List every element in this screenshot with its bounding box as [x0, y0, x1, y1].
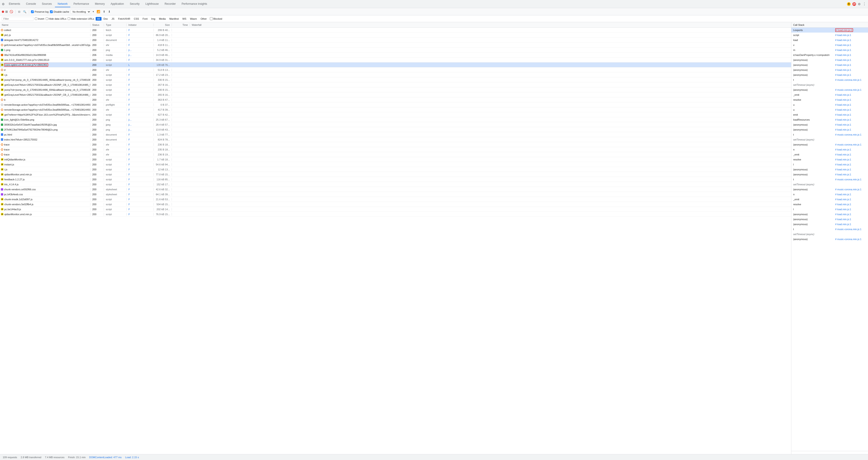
- table-row[interactable]: 1.png200pngji...5.2 kB 46...: [0, 48, 791, 53]
- type-filter-ws[interactable]: WS: [181, 17, 188, 21]
- table-row[interactable]: index.html?kfuin=2852175932200documentF8…: [0, 137, 791, 142]
- call-stack-file[interactable]: # load.min.js:1: [833, 122, 868, 127]
- header-initiator[interactable]: Initiator: [127, 24, 154, 26]
- call-stack-row[interactable]: _emit# load.min.js:1: [792, 152, 868, 157]
- table-row[interactable]: JSchunk-imsdk.1d15d097.js200scriptF21.6 …: [0, 197, 791, 202]
- record-icon[interactable]: [2, 11, 4, 13]
- call-stack-file-link[interactable]: # load.min.js:1: [835, 39, 851, 41]
- header-type[interactable]: Type: [104, 24, 127, 26]
- call-stack-row[interactable]: (anonymous)# load.min.js:1: [792, 212, 868, 217]
- call-stack-file[interactable]: # music-corona.min.js:1: [833, 237, 868, 242]
- call-stack-file[interactable]: # load.min.js:1: [833, 172, 868, 177]
- blocked-checkbox[interactable]: [210, 17, 213, 20]
- call-stack-file-link[interactable]: # load.min.js:1: [835, 223, 851, 226]
- call-stack-file-link[interactable]: # load.min.js:1: [835, 128, 851, 131]
- table-row[interactable]: d200xhrF513 B 13...: [0, 67, 791, 73]
- filter-icon[interactable]: ⊟: [18, 10, 21, 14]
- call-stack-row[interactable]: u# load.min.js:1: [792, 102, 868, 107]
- call-stack-file[interactable]: # music-corona.min.js:1: [833, 177, 868, 182]
- call-stack-row[interactable]: (anonymous)# load.min.js:1: [792, 62, 868, 67]
- call-stack-file-link[interactable]: # load.min.js:1: [835, 74, 851, 76]
- tab-elements[interactable]: Elements: [6, 1, 23, 7]
- call-stack-file[interactable]: # load.min.js:1: [833, 107, 868, 112]
- type-filter-img[interactable]: Img: [150, 17, 157, 21]
- call-stack-file[interactable]: # load.min.js:1: [833, 197, 868, 202]
- table-row[interactable]: JSgetGrayLevel?kfuin=2852175932&callback…: [0, 82, 791, 87]
- call-stack-row[interactable]: (anonymous)# music-corona.min.js:1: [792, 237, 868, 242]
- type-filter-manifest[interactable]: Manifest: [168, 17, 180, 21]
- tab-performance[interactable]: Performance: [71, 1, 92, 7]
- call-stack-file-link[interactable]: # load.min.js:1: [835, 168, 851, 171]
- call-stack-file[interactable]: # load.min.js:1: [833, 147, 868, 152]
- call-stack-file-link[interactable]: # load.min.js:1: [835, 104, 851, 106]
- tab-sources[interactable]: Sources: [39, 1, 55, 7]
- search-icon[interactable]: 🔍: [22, 10, 27, 14]
- call-stack-row[interactable]: (anonymous)# load.min.js:1: [792, 67, 868, 73]
- download-icon[interactable]: ⬇: [107, 9, 111, 14]
- call-stack-file-link[interactable]: # load.min.js:1: [835, 64, 851, 66]
- call-stack-file[interactable]: # load.min.js:1: [833, 48, 868, 53]
- call-stack-row[interactable]: load# load.min.js:1: [792, 37, 868, 42]
- call-stack-file[interactable]: # load.min.js:1: [833, 202, 868, 207]
- right-panel-scroll[interactable]: [792, 451, 868, 454]
- header-name[interactable]: Name: [0, 24, 90, 26]
- call-stack-file[interactable]: # load.min.js:1: [833, 102, 868, 107]
- call-stack-row[interactable]: (anonymous)# music-corona.min.js:1: [792, 142, 868, 147]
- disable-cache-checkbox[interactable]: [50, 10, 53, 13]
- call-stack-row[interactable]: n# load.min.js:1: [792, 147, 868, 152]
- call-stack-file[interactable]: # load.min.js:1: [833, 92, 868, 97]
- call-stack-file-link[interactable]: # load.min.js:1: [835, 218, 851, 221]
- tab-performance-insights[interactable]: Performance insights: [179, 1, 210, 7]
- call-stack-row[interactable]: (anonymous)# load.min.js:1: [792, 222, 868, 227]
- table-row[interactable]: pc.html200documentF1.3 kB 77...: [0, 132, 791, 137]
- table-row[interactable]: JSinitQidianMonitor.js200scriptF1.7 kB 1…: [0, 157, 791, 162]
- table-row[interactable]: remoteStorage.action?appKey=cb37e835cc3e…: [0, 102, 791, 107]
- table-row[interactable]: trace200xhrF236 B 19...: [0, 152, 791, 157]
- table-row[interactable]: JSfeedback-1.2.27.js200scriptF116 kB 85.…: [0, 177, 791, 182]
- call-stack-row[interactable]: setTimeout (async): [792, 137, 868, 142]
- call-stack-file-link[interactable]: # load.min.js:1: [835, 98, 851, 101]
- call-stack-row[interactable]: n# load.min.js:1: [792, 192, 868, 197]
- tab-security[interactable]: Security: [127, 1, 142, 7]
- call-stack-file[interactable]: # load.min.js:1: [833, 62, 868, 67]
- call-stack-row[interactable]: u# load.min.js:1: [792, 107, 868, 112]
- call-stack-row[interactable]: loadResources# load.min.js:1: [792, 117, 868, 122]
- table-row[interactable]: remoteStorage.action?appKey=cb37e835cc3e…: [0, 107, 791, 112]
- call-stack-file-link[interactable]: # load.min.js:2: [835, 28, 853, 32]
- type-filter-doc[interactable]: Doc: [102, 17, 110, 21]
- call-stack-row[interactable]: t# music-corona.min.js:1: [792, 227, 868, 232]
- call-stack-file[interactable]: # load.min.js:1: [833, 127, 868, 132]
- call-stack-file-link[interactable]: # load.min.js:1: [835, 163, 851, 166]
- type-filter-font[interactable]: Font: [141, 17, 149, 21]
- header-size[interactable]: Size: [154, 24, 172, 26]
- type-filter-wasm[interactable]: Wasm: [188, 17, 198, 21]
- table-row[interactable]: getUnread.action?appKey=cb37e835cc3ea89b…: [0, 42, 791, 48]
- table-row[interactable]: 300832b1e5e5472da447aaa8ab1f9295@2x.jpg2…: [0, 122, 791, 127]
- table-row[interactable]: JSwm.3.0.0_33d41777.min.js?v=28413513200…: [0, 57, 791, 62]
- call-stack-file-link[interactable]: # load.min.js:1: [835, 158, 851, 161]
- call-stack-row[interactable]: v# load.min.js:1: [792, 42, 868, 48]
- call-stack-row[interactable]: setTimeout (async): [792, 182, 868, 187]
- call-stack-row[interactable]: (anonymous)# load.min.js:1: [792, 122, 868, 127]
- table-row[interactable]: JSgetGrayLevel?kfuin=2852175932&callback…: [0, 92, 791, 97]
- table-row[interactable]: pc.b43b4eeb.css200stylesheetF64.1 kB 39.…: [0, 192, 791, 197]
- preserve-log-checkbox[interactable]: [31, 10, 34, 13]
- call-stack-file-link[interactable]: # load.min.js:1: [835, 44, 851, 47]
- table-row[interactable]: JStrtc_4.14.4.js200scriptF152 kB 17...: [0, 182, 791, 187]
- call-stack-file[interactable]: # load.min.js:1: [833, 162, 868, 167]
- call-stack-file-link[interactable]: # music-corona.min.js:1: [835, 238, 862, 240]
- disable-cache-label[interactable]: Disable cache: [50, 10, 69, 13]
- call-stack-file-link[interactable]: # load.min.js:1: [835, 118, 851, 121]
- call-stack-file-link[interactable]: # load.min.js:1: [835, 173, 851, 176]
- call-stack-file[interactable]: # load.min.js:2: [833, 28, 868, 33]
- throttling-select[interactable]: No throttling: [70, 10, 91, 14]
- hide-data-urls-label[interactable]: Hide data URLs: [46, 18, 66, 20]
- table-row[interactable]: JSinstant.js200scriptF54.6 kB 94...: [0, 162, 791, 167]
- call-stack-file-link[interactable]: # music-corona.min.js:1: [835, 228, 862, 231]
- call-stack-file-link[interactable]: # load.min.js:1: [835, 153, 851, 156]
- type-filter-other[interactable]: Other: [199, 17, 209, 21]
- blocked-label[interactable]: Blocked: [210, 17, 222, 20]
- type-filter-all[interactable]: All: [96, 17, 101, 21]
- call-stack-row[interactable]: resolve# load.min.js:1: [792, 157, 868, 162]
- call-stack-row[interactable]: l# load.min.js:1: [792, 207, 868, 212]
